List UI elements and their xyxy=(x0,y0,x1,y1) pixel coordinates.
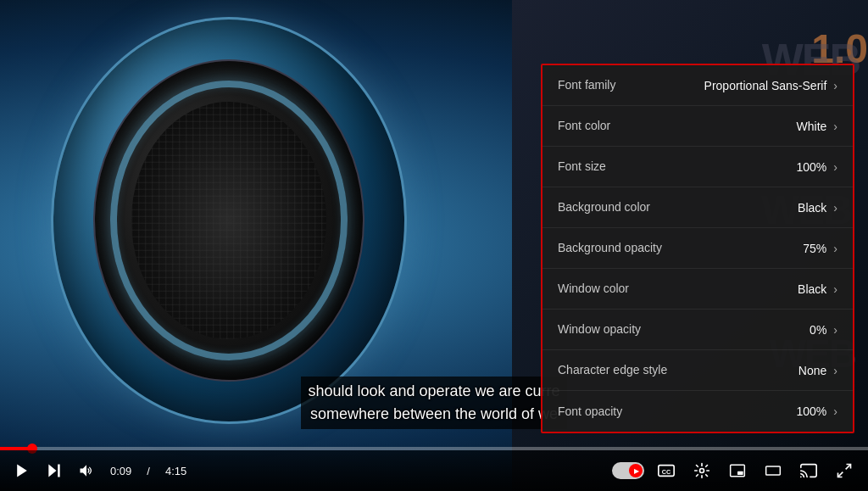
bg-opacity-label: Background opacity xyxy=(558,240,803,255)
subtitle-text: should look and operate we are curre som… xyxy=(301,377,566,429)
svg-rect-2 xyxy=(58,465,60,477)
svg-line-11 xyxy=(846,465,851,470)
settings-button[interactable] xyxy=(688,457,715,484)
font-size-value: 100% xyxy=(797,160,827,174)
headphone-mesh xyxy=(131,102,326,339)
font-opacity-value: 100% xyxy=(797,405,827,418)
cast-icon xyxy=(799,461,818,480)
font-color-value-container: White › xyxy=(797,120,837,133)
time-total: 4:15 xyxy=(165,465,186,477)
svg-marker-1 xyxy=(48,465,56,477)
caption-row-bg-opacity[interactable]: Background opacity 75% › xyxy=(542,228,853,269)
window-color-label: Window color xyxy=(558,281,798,296)
play-button[interactable] xyxy=(10,459,34,483)
bg-opacity-value: 75% xyxy=(803,242,826,255)
window-color-value: Black xyxy=(798,282,826,296)
char-edge-chevron: › xyxy=(833,364,837,377)
cc-icon: CC xyxy=(657,461,676,480)
caption-row-font-size[interactable]: Font size 100% › xyxy=(542,147,853,187)
font-color-label: Font color xyxy=(558,118,797,133)
caption-settings-panel: Font family Proportional Sans-Serif › Fo… xyxy=(541,64,854,433)
caption-row-char-edge[interactable]: Character edge style None › xyxy=(542,350,853,391)
font-opacity-chevron: › xyxy=(833,405,837,418)
font-size-value-container: 100% › xyxy=(797,160,837,174)
char-edge-label: Character edge style xyxy=(558,362,798,377)
caption-row-window-color[interactable]: Window color Black › xyxy=(542,269,853,310)
toggle-thumb: ▶ xyxy=(629,464,643,477)
font-opacity-label: Font opacity xyxy=(558,404,797,419)
svg-text:CC: CC xyxy=(662,468,671,476)
autoplay-toggle[interactable]: ▶ xyxy=(612,462,644,479)
bg-color-value: Black xyxy=(798,201,826,215)
toggle-track[interactable]: ▶ xyxy=(612,462,644,479)
window-opacity-value: 0% xyxy=(810,323,826,337)
window-opacity-value-container: 0% › xyxy=(810,323,837,337)
miniplayer-button[interactable] xyxy=(724,457,751,484)
font-family-label: Font family xyxy=(558,77,704,92)
fullscreen-button[interactable] xyxy=(831,457,858,484)
font-color-chevron: › xyxy=(833,120,837,133)
controls-bar: 0:09 / 4:15 ▶ CC xyxy=(0,450,868,491)
svg-rect-9 xyxy=(766,466,781,475)
svg-marker-3 xyxy=(81,465,87,476)
video-player: 1.0 WEB WEB WEB Font family Proportional… xyxy=(0,0,868,491)
svg-line-12 xyxy=(838,472,843,477)
char-edge-value: None xyxy=(798,364,826,377)
font-color-value: White xyxy=(797,120,827,133)
bg-color-value-container: Black › xyxy=(798,201,837,215)
font-size-chevron: › xyxy=(833,160,837,174)
volume-icon xyxy=(78,462,95,479)
window-color-value-container: Black › xyxy=(798,282,837,296)
bg-color-label: Background color xyxy=(558,199,798,215)
miniplayer-icon xyxy=(729,462,746,479)
font-family-value-container: Proportional Sans-Serif › xyxy=(704,79,837,92)
time-separator: / xyxy=(147,465,150,477)
skip-icon xyxy=(46,462,63,479)
svg-marker-0 xyxy=(17,465,27,477)
bg-color-chevron: › xyxy=(833,201,837,215)
window-color-chevron: › xyxy=(833,282,837,296)
play-icon xyxy=(14,462,31,479)
font-family-value: Proportional Sans-Serif xyxy=(704,79,827,92)
time-current: 0:09 xyxy=(110,465,131,477)
caption-row-bg-color[interactable]: Background color Black › xyxy=(542,187,853,228)
char-edge-value-container: None › xyxy=(798,364,837,377)
cc-button[interactable]: CC xyxy=(653,457,680,484)
theater-button[interactable] xyxy=(760,457,787,484)
bg-opacity-value-container: 75% › xyxy=(803,242,837,255)
svg-point-6 xyxy=(700,469,704,473)
bg-opacity-chevron: › xyxy=(833,242,837,255)
subtitle-line1: should look and operate we are curre xyxy=(308,382,559,399)
font-family-chevron: › xyxy=(833,79,837,92)
svg-rect-8 xyxy=(737,471,743,475)
window-opacity-chevron: › xyxy=(833,323,837,337)
caption-row-font-opacity[interactable]: Font opacity 100% › xyxy=(542,391,853,432)
skip-button[interactable] xyxy=(42,459,66,483)
font-opacity-value-container: 100% › xyxy=(797,405,837,418)
subtitle-line2: somewhere between the world of we xyxy=(310,405,558,422)
caption-row-font-family[interactable]: Font family Proportional Sans-Serif › xyxy=(542,65,853,106)
cast-button[interactable] xyxy=(795,457,822,484)
toggle-play-icon: ▶ xyxy=(634,467,639,475)
caption-row-font-color[interactable]: Font color White › xyxy=(542,106,853,147)
fullscreen-icon xyxy=(836,462,853,479)
caption-row-window-opacity[interactable]: Window opacity 0% › xyxy=(542,310,853,350)
settings-icon xyxy=(693,462,710,479)
window-opacity-label: Window opacity xyxy=(558,321,810,337)
volume-button[interactable] xyxy=(75,459,98,483)
theater-icon xyxy=(765,462,782,479)
font-size-label: Font size xyxy=(558,159,797,174)
